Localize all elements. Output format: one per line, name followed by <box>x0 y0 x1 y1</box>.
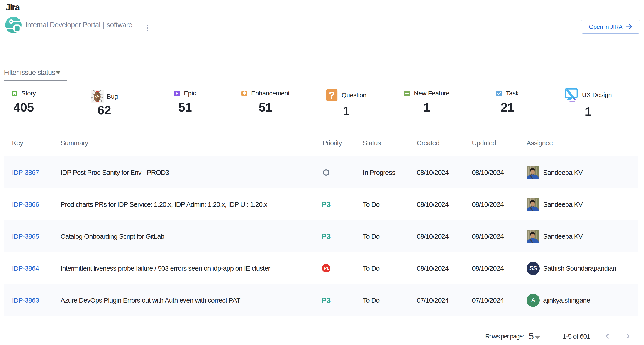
svg-text:</>: </> <box>95 95 100 99</box>
